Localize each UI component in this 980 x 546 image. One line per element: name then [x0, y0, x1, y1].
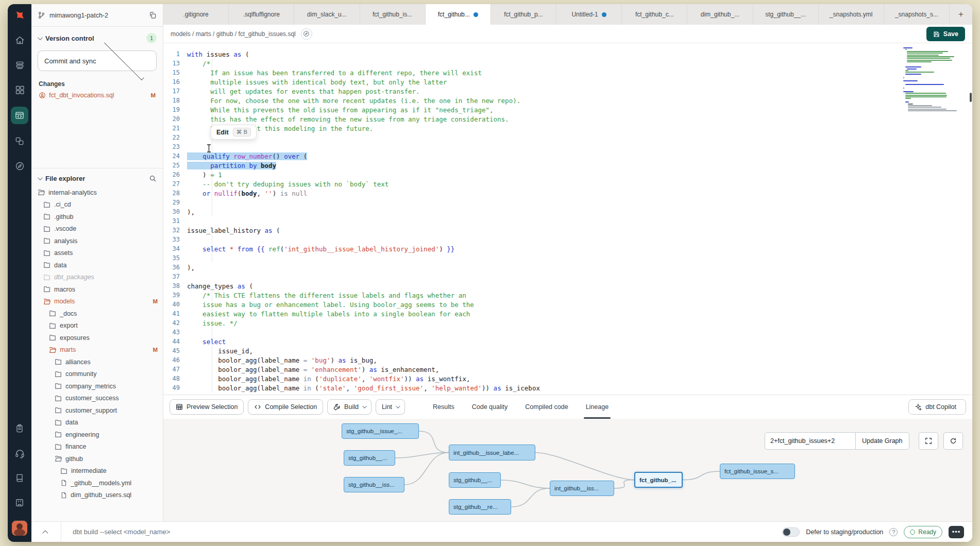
help-icon[interactable]: ? — [889, 528, 898, 536]
tree-item[interactable]: exposures — [31, 332, 163, 344]
lineage-node[interactable]: stg_github__issue_... — [342, 423, 419, 439]
user-avatar[interactable] — [12, 520, 27, 536]
tree-item[interactable]: macros — [31, 283, 163, 296]
code-line[interactable]: 23 — [163, 142, 972, 151]
lineage-node[interactable]: stg_github__... — [449, 472, 501, 488]
collapse-panel-button[interactable] — [31, 522, 61, 542]
tree-item[interactable]: company_metrics — [31, 380, 163, 393]
code-line[interactable]: 17 will get updates for events that happ… — [163, 87, 972, 96]
code-line[interactable]: 25 partition by body — [163, 161, 972, 170]
build-button[interactable]: Build — [327, 399, 371, 415]
code-line[interactable]: 40 issue has a bug or enhancement label.… — [163, 300, 972, 309]
tree-item[interactable]: community — [31, 368, 163, 381]
code-line[interactable]: 29 — [163, 198, 972, 207]
code-line[interactable]: 48 boolor_agg(label_name in ('duplicate'… — [163, 374, 972, 383]
tree-item[interactable]: engineering — [31, 429, 163, 441]
code-line[interactable]: 18 For now, choose the one with more rec… — [163, 96, 972, 105]
tree-item[interactable]: dim_github_users.sql — [31, 489, 163, 502]
code-line[interactable]: 27 -- don't try deduping issues with no … — [163, 179, 972, 189]
code-line[interactable]: 41 easiest way to flatten multiple label… — [163, 309, 972, 318]
tree-item[interactable]: github — [31, 453, 163, 465]
support-headset-icon[interactable] — [8, 441, 31, 466]
panel-tab-results[interactable]: Results — [433, 395, 454, 419]
code-line[interactable]: 13 /* — [163, 59, 972, 68]
code-line[interactable]: 30), — [163, 207, 972, 216]
lineage-node[interactable]: int_github__issue_labe... — [449, 445, 535, 460]
code-line[interactable]: 45 issue_id, — [163, 346, 972, 355]
editor-tab[interactable]: fct_github_p... — [491, 4, 556, 25]
dbt-logo[interactable] — [8, 4, 31, 28]
tree-item[interactable]: finance — [31, 441, 163, 453]
lineage-selector-input[interactable]: 2+fct_github_issues+2 — [765, 432, 856, 450]
status-badge[interactable]: Ready — [904, 526, 942, 538]
code-line[interactable]: 34 select * from {{ ref('int_github__iss… — [163, 244, 972, 253]
command-input[interactable]: dbt build --select <model_name> — [73, 528, 170, 536]
tree-item[interactable]: data — [31, 259, 163, 271]
code-line[interactable]: 21 Let's revisit this modeling in the fu… — [163, 124, 972, 133]
changed-file-item[interactable]: fct_dbt_invocations.sql M — [31, 90, 163, 101]
code-line[interactable]: 33 — [163, 235, 972, 244]
lineage-node[interactable]: stg_github__iss... — [344, 477, 404, 492]
lint-button[interactable]: Lint — [376, 399, 405, 415]
editor-tab[interactable]: dim_github_... — [687, 4, 753, 25]
develop-icon[interactable] — [8, 102, 31, 129]
tree-item[interactable]: data — [31, 417, 163, 429]
save-button[interactable]: Save — [926, 27, 965, 41]
code-lines[interactable]: 1with issues as (13 /*15 If an issue has… — [163, 43, 972, 395]
warehouse-icon[interactable] — [8, 53, 31, 77]
code-line[interactable]: 49 boolor_agg(label_name in ('stale', 'g… — [163, 383, 972, 393]
file-explorer-header[interactable]: File explorer — [31, 168, 163, 185]
tree-item[interactable]: dbt_packages — [31, 271, 163, 284]
code-line[interactable]: 36), — [163, 263, 972, 272]
lineage-node[interactable]: fct_github_... — [634, 472, 683, 488]
code-editor[interactable]: 1with issues as (13 /*15 If an issue has… — [163, 43, 972, 395]
tree-item[interactable]: _github__models.yml — [31, 477, 163, 489]
tree-item[interactable]: export — [31, 320, 163, 332]
code-line[interactable]: 16 multiple issues with identical body t… — [163, 77, 972, 87]
projects-icon[interactable] — [8, 129, 31, 153]
code-line[interactable]: 15 If an issue has been transferred to a… — [163, 68, 972, 77]
panel-tab-lineage[interactable]: Lineage — [586, 395, 609, 419]
code-line[interactable]: 31 — [163, 216, 972, 226]
lineage-node[interactable]: int_github__iss... — [550, 481, 614, 496]
editor-tab[interactable]: stg_github__... — [753, 4, 819, 25]
tree-item[interactable]: .vscode — [31, 223, 163, 235]
tree-item[interactable]: _docs — [31, 308, 163, 320]
tree-item[interactable]: analysis — [31, 235, 163, 247]
panel-tab-compiled-code[interactable]: Compiled code — [525, 395, 568, 419]
tree-item[interactable]: alliances — [31, 356, 163, 368]
compile-selection-button[interactable]: Compile Selection — [248, 399, 323, 415]
home-icon[interactable] — [8, 28, 31, 53]
preview-selection-button[interactable]: Preview Selection — [170, 399, 244, 415]
code-line[interactable]: 39 /* This CTE flattens the different is… — [163, 291, 972, 300]
code-line[interactable]: 26 ) = 1 — [163, 170, 972, 179]
dbt-copilot-button[interactable]: dbt Copilot — [908, 399, 966, 415]
code-line[interactable]: 43 — [163, 328, 972, 337]
code-line[interactable]: 42 issue. */ — [163, 318, 972, 328]
lineage-node[interactable]: fct_github_issue_s... — [720, 464, 795, 479]
tree-item[interactable]: assets — [31, 247, 163, 260]
lineage-node[interactable]: stg_github__... — [344, 450, 395, 466]
dashboard-icon[interactable] — [8, 77, 31, 102]
tree-item[interactable]: internal-analytics — [31, 186, 163, 199]
explore-file-button[interactable] — [301, 28, 312, 40]
code-line[interactable]: 24 qualify row_number() over ( — [163, 151, 972, 161]
defer-toggle[interactable] — [782, 527, 800, 537]
editor-tab[interactable]: Untitled-1 — [556, 4, 622, 25]
lineage-canvas[interactable]: 2+fct_github_issues+2 Update Graph stg_g… — [163, 419, 972, 521]
scrollbar-thumb[interactable] — [970, 93, 972, 102]
code-line[interactable]: 44 select — [163, 337, 972, 346]
refresh-button[interactable] — [943, 432, 963, 450]
update-graph-button[interactable]: Update Graph — [856, 432, 909, 450]
code-line[interactable]: 47 boolor_agg(label_name = 'enhancement'… — [163, 365, 972, 374]
search-icon[interactable] — [149, 175, 157, 182]
editor-tab[interactable]: fct_github_is... — [360, 4, 426, 25]
editor-tab[interactable]: fct_github... — [426, 4, 491, 25]
edit-tooltip[interactable]: Edit ⌘ B — [211, 125, 257, 140]
code-line[interactable]: 38change_types as ( — [163, 281, 972, 291]
code-line[interactable]: 46 boolor_agg(label_name = 'bug') as is_… — [163, 355, 972, 365]
copy-icon[interactable] — [149, 11, 157, 19]
clipboard-icon[interactable] — [8, 416, 31, 441]
editor-tab[interactable]: .sqlfluffignore — [229, 4, 294, 25]
more-options-button[interactable]: ••• — [949, 526, 964, 538]
